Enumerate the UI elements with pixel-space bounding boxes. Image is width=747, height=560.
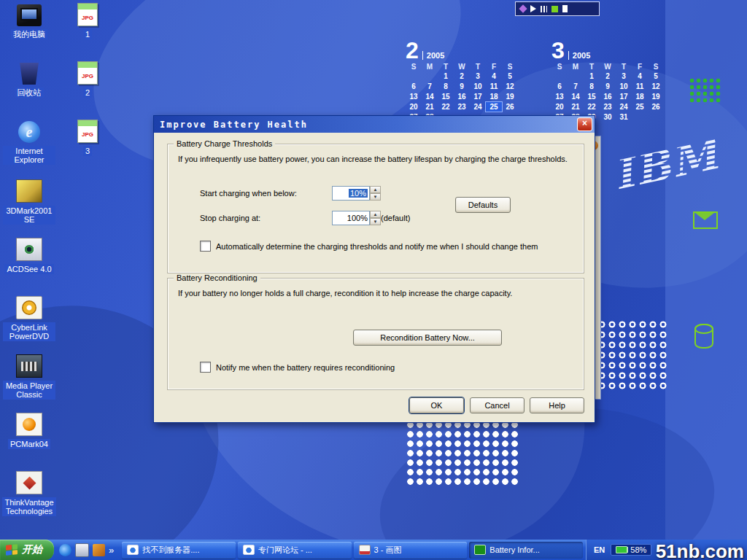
- quick-launch-media-icon[interactable]: [93, 544, 105, 556]
- desktop-icon[interactable]: ThinkVantage Technologies: [3, 468, 55, 526]
- quick-launch-desktop-icon[interactable]: [75, 543, 89, 557]
- language-indicator[interactable]: EN: [594, 545, 605, 554]
- widget-network-icon[interactable]: [519, 4, 527, 12]
- calendar-date: 25: [632, 102, 648, 112]
- widget-status-icon[interactable]: [551, 6, 558, 12]
- system-tray: EN 58%: [586, 540, 747, 560]
- help-button[interactable]: Help: [530, 397, 584, 413]
- desktop-icon[interactable]: PCMark04: [3, 410, 55, 468]
- desktop-icon-label: 3DMark2001 SE: [3, 206, 55, 225]
- calendar-date: 25: [486, 102, 502, 112]
- start-button[interactable]: 开始: [0, 540, 54, 560]
- dialog-button-row: OK Cancel Help: [154, 397, 595, 415]
- wallpaper-ring-grid: [597, 319, 668, 392]
- calendar-date: 17: [616, 92, 632, 101]
- widget-page-icon[interactable]: [562, 5, 568, 12]
- calendar-day-header: S: [406, 63, 422, 71]
- task-icon: [243, 545, 255, 555]
- calendar-date: 3: [616, 71, 632, 81]
- task-label: 专门网论坛 - ...: [258, 545, 312, 556]
- desktop-icon[interactable]: JPG 3: [61, 117, 114, 175]
- desktop-icon-image: JPG: [77, 61, 98, 85]
- calendar-year: 2005: [568, 51, 590, 60]
- taskbar-task-button[interactable]: 专门网论坛 - ...: [238, 542, 352, 559]
- recondition-battery-button[interactable]: Recondition Battery Now...: [353, 330, 502, 346]
- spin-down-icon[interactable]: ▼: [370, 193, 381, 201]
- task-label: 找不到服务器....: [142, 545, 199, 556]
- taskbar-task-button[interactable]: 3 - 画图: [354, 542, 468, 559]
- wallpaper-dot-grid: [406, 420, 519, 487]
- desktop-icon-label: Internet Explorer: [3, 146, 55, 165]
- calendar-day-header: F: [632, 63, 648, 71]
- task-icon: [359, 545, 371, 555]
- calendar-date: [406, 71, 422, 81]
- calendar-date: 21: [568, 102, 584, 112]
- battery-charge-thresholds-group: Battery Charge Thresholds If you infrequ…: [167, 144, 584, 273]
- calendar-date: 14: [422, 92, 438, 101]
- battery-tray-chip[interactable]: 58%: [611, 544, 651, 556]
- spinner-buttons: ▲ ▼: [370, 186, 381, 201]
- start-charging-value: 10%: [349, 189, 368, 198]
- desktop-icon[interactable]: 我的电脑: [3, 1, 55, 60]
- desktop-icon-label: ACDSee 4.0: [4, 264, 53, 274]
- auto-determine-checkbox[interactable]: [200, 241, 211, 252]
- spin-up-icon[interactable]: ▲: [370, 211, 381, 218]
- desktop-icon[interactable]: ACDSee 4.0: [3, 235, 55, 293]
- desktop-icon-label: 回收站: [15, 88, 44, 98]
- improve-battery-health-dialog: Improve Battery Health × Battery Charge …: [153, 115, 595, 423]
- calendar-date: 23: [454, 102, 470, 112]
- group-legend: Battery Reconditioning: [174, 273, 260, 282]
- battery-percent: 58%: [630, 545, 646, 554]
- calendar-february: 2 2005 SMTWTFS 1234567891011121314151617…: [406, 39, 522, 122]
- calendar-day-headers: SMTWTFS: [551, 63, 668, 71]
- dialog-title: Improve Battery Health: [156, 120, 308, 130]
- calendar-date: 15: [438, 92, 454, 101]
- desktop-icon[interactable]: JPG 2: [61, 58, 114, 117]
- desktop-icon-image: e: [18, 121, 40, 143]
- calendar-month-header: 3 2005: [551, 39, 668, 61]
- calendar-date: 24: [470, 102, 486, 112]
- desktop-icon[interactable]: e Internet Explorer: [3, 118, 55, 176]
- taskbar-task-button[interactable]: 找不到服务器....: [122, 542, 236, 559]
- quick-launch-ie-icon[interactable]: [59, 544, 71, 556]
- envelope-icon: [693, 211, 718, 229]
- calendar-march: 3 2005 SMTWTFS 1234567891011121314151617…: [551, 39, 668, 122]
- desktop-icon-image: [17, 63, 42, 85]
- desktop-icons-column-2: JPG 1 JPG 2 JPG 3: [61, 0, 114, 175]
- taskbar-task-button[interactable]: Battery Infor...: [469, 542, 583, 559]
- defaults-button[interactable]: Defaults: [455, 197, 511, 213]
- calendar-month-header: 2 2005: [406, 39, 522, 61]
- desktop-icon-badge: e: [26, 124, 33, 141]
- quick-launch-overflow-chevron[interactable]: »: [109, 545, 114, 556]
- close-icon[interactable]: ×: [577, 117, 592, 131]
- calendar-day-header: S: [648, 63, 664, 71]
- cancel-button[interactable]: Cancel: [470, 397, 525, 413]
- desktop-icon-label: CyberLink PowerDVD: [3, 322, 55, 341]
- calendar-day-header: W: [600, 63, 616, 71]
- calendar-date: 22: [584, 102, 600, 112]
- desktop-icon[interactable]: CyberLink PowerDVD: [3, 293, 55, 351]
- calendar-date: 3: [470, 71, 486, 81]
- stop-charging-value: 100%: [347, 214, 368, 222]
- ok-button[interactable]: OK: [409, 397, 464, 413]
- dialog-titlebar: Improve Battery Health ×: [154, 116, 595, 133]
- calendar-date: 6: [406, 82, 422, 91]
- widget-display-icon[interactable]: [541, 6, 547, 12]
- desktop-icon[interactable]: JPG 1: [61, 0, 114, 58]
- spin-down-icon[interactable]: ▼: [370, 218, 381, 225]
- task-label: Battery Infor...: [489, 545, 539, 554]
- spin-up-icon[interactable]: ▲: [370, 186, 381, 193]
- desktop-icon-label: 1: [83, 29, 92, 39]
- desktop-icon[interactable]: 回收站: [3, 60, 55, 118]
- start-charging-input[interactable]: 10%: [332, 186, 370, 201]
- stop-charging-input[interactable]: 100%: [332, 211, 370, 225]
- calendar-date: 18: [632, 92, 648, 101]
- desktop-icon[interactable]: 3DMark2001 SE: [3, 176, 55, 235]
- desktop-icon[interactable]: Media Player Classic: [3, 351, 55, 410]
- widget-volume-icon[interactable]: [530, 5, 536, 12]
- notify-reconditioning-checkbox[interactable]: [200, 362, 211, 373]
- group-legend: Battery Charge Thresholds: [174, 139, 275, 148]
- calendar-day-header: F: [486, 63, 502, 71]
- desktop-icon-image: JPG: [77, 120, 98, 143]
- desktop-icon-label: ThinkVantage Technologies: [2, 497, 55, 516]
